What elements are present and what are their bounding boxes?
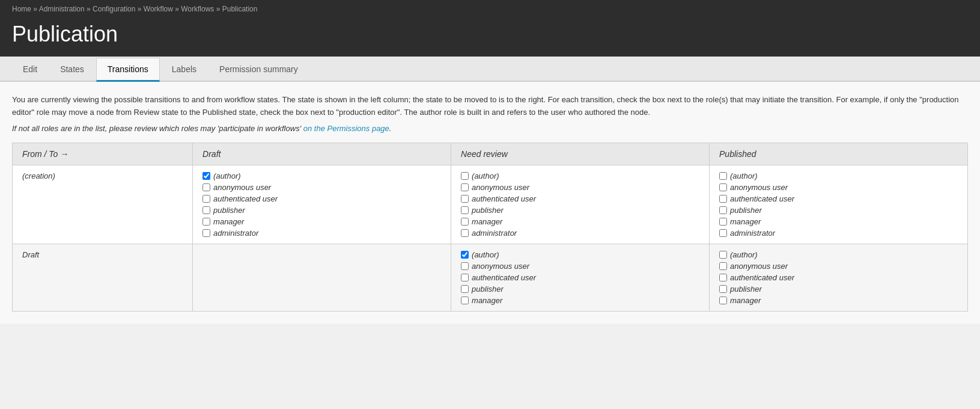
description-italic: If not all roles are in the list, please… xyxy=(12,124,968,133)
checkbox-item-1-1-2[interactable]: authenticated user xyxy=(461,273,699,282)
checkbox-item-0-1-2[interactable]: authenticated user xyxy=(461,194,699,203)
role-label-1-2-2: authenticated user xyxy=(730,273,794,282)
role-label-0-0-1: anonymous user xyxy=(213,183,271,192)
checkbox-1-2-3[interactable] xyxy=(719,285,727,293)
checkbox-item-1-2-4[interactable]: manager xyxy=(719,296,958,305)
checkbox-item-0-2-0[interactable]: (author) xyxy=(719,171,958,180)
role-label-0-1-1: anonymous user xyxy=(472,183,529,192)
role-label-1-1-0: (author) xyxy=(472,250,499,259)
checkbox-0-1-1[interactable] xyxy=(461,183,469,191)
checkbox-0-2-0[interactable] xyxy=(719,172,727,180)
checkbox-1-2-1[interactable] xyxy=(719,262,727,270)
checkbox-0-1-4[interactable] xyxy=(461,218,469,226)
checkbox-0-2-4[interactable] xyxy=(719,218,727,226)
checkbox-item-1-1-0[interactable]: (author) xyxy=(461,250,699,259)
table-header-row: From / To →DraftNeed reviewPublished xyxy=(13,143,968,165)
checkbox-0-1-0[interactable] xyxy=(461,172,469,180)
checkbox-item-0-0-1[interactable]: anonymous user xyxy=(202,183,441,192)
role-label-0-0-5: administrator xyxy=(213,229,258,238)
role-label-0-0-0: (author) xyxy=(213,171,241,180)
tab-transitions[interactable]: Transitions xyxy=(96,58,160,82)
role-label-0-2-2: authenticated user xyxy=(730,194,794,203)
checkbox-item-0-2-4[interactable]: manager xyxy=(719,217,958,226)
checkbox-item-0-2-2[interactable]: authenticated user xyxy=(719,194,958,203)
workflow-table: From / To →DraftNeed reviewPublished (cr… xyxy=(12,143,968,312)
checkbox-item-0-1-3[interactable]: publisher xyxy=(461,206,699,215)
role-label-0-2-1: anonymous user xyxy=(730,183,788,192)
checkbox-0-2-2[interactable] xyxy=(719,195,727,203)
role-label-0-2-3: publisher xyxy=(730,206,762,215)
role-label-1-2-3: publisher xyxy=(730,284,762,294)
checkbox-0-1-2[interactable] xyxy=(461,195,469,203)
checkbox-item-0-2-3[interactable]: publisher xyxy=(719,206,958,215)
role-label-1-1-2: authenticated user xyxy=(472,273,536,282)
role-label-0-1-2: authenticated user xyxy=(472,194,536,203)
checkbox-item-1-1-1[interactable]: anonymous user xyxy=(461,262,699,271)
checkbox-group-0-1: (author)anonymous userauthenticated user… xyxy=(461,171,699,238)
checkbox-item-0-1-5[interactable]: administrator xyxy=(461,229,699,238)
role-label-0-2-0: (author) xyxy=(730,171,758,180)
checkbox-1-2-0[interactable] xyxy=(719,251,727,259)
checkbox-1-1-3[interactable] xyxy=(461,285,469,293)
checkbox-1-1-0[interactable] xyxy=(461,251,469,259)
checkbox-0-0-3[interactable] xyxy=(202,206,210,214)
checkbox-item-0-1-1[interactable]: anonymous user xyxy=(461,183,699,192)
role-label-0-1-0: (author) xyxy=(472,171,499,180)
checkbox-1-2-2[interactable] xyxy=(719,274,727,281)
checkbox-0-0-2[interactable] xyxy=(202,195,210,203)
checkbox-0-2-3[interactable] xyxy=(719,206,727,214)
role-label-0-1-3: publisher xyxy=(472,206,504,215)
checkbox-item-0-0-2[interactable]: authenticated user xyxy=(202,194,441,203)
checkbox-item-0-2-1[interactable]: anonymous user xyxy=(719,183,958,192)
cell-1-2: (author)anonymous userauthenticated user… xyxy=(710,244,968,311)
checkbox-item-1-1-3[interactable]: publisher xyxy=(461,284,699,294)
checkbox-0-0-4[interactable] xyxy=(202,218,210,226)
checkbox-0-1-3[interactable] xyxy=(461,206,469,214)
checkbox-item-0-0-4[interactable]: manager xyxy=(202,217,441,226)
role-label-1-1-1: anonymous user xyxy=(472,262,529,271)
checkbox-0-0-1[interactable] xyxy=(202,183,210,191)
checkbox-item-1-2-1[interactable]: anonymous user xyxy=(719,262,958,271)
tab-labels[interactable]: Labels xyxy=(161,58,207,82)
role-label-1-2-0: (author) xyxy=(730,250,758,259)
table-row: (creation)(author)anonymous userauthenti… xyxy=(13,165,968,244)
checkbox-item-0-1-4[interactable]: manager xyxy=(461,217,699,226)
checkbox-item-1-1-4[interactable]: manager xyxy=(461,296,699,305)
checkbox-0-0-5[interactable] xyxy=(202,229,210,237)
checkbox-1-1-4[interactable] xyxy=(461,297,469,304)
checkbox-0-1-5[interactable] xyxy=(461,229,469,237)
table-header-1: Draft xyxy=(193,143,451,165)
checkbox-item-0-0-3[interactable]: publisher xyxy=(202,206,441,215)
tab-edit[interactable]: Edit xyxy=(12,58,48,82)
checkbox-item-0-0-0[interactable]: (author) xyxy=(202,171,441,180)
checkbox-item-1-2-0[interactable]: (author) xyxy=(719,250,958,259)
main-content: You are currently viewing the possible t… xyxy=(0,82,980,324)
role-label-1-2-1: anonymous user xyxy=(730,262,788,271)
checkbox-item-0-1-0[interactable]: (author) xyxy=(461,171,699,180)
role-label-0-2-5: administrator xyxy=(730,229,775,238)
checkbox-1-2-4[interactable] xyxy=(719,297,727,304)
checkbox-1-1-2[interactable] xyxy=(461,274,469,281)
tab-permission-summary[interactable]: Permission summary xyxy=(208,58,309,82)
tab-states[interactable]: States xyxy=(49,58,95,82)
checkbox-0-2-1[interactable] xyxy=(719,183,727,191)
table-body: (creation)(author)anonymous userauthenti… xyxy=(13,165,968,311)
checkbox-item-1-2-3[interactable]: publisher xyxy=(719,284,958,294)
checkbox-item-0-2-5[interactable]: administrator xyxy=(719,229,958,238)
checkbox-item-1-2-2[interactable]: authenticated user xyxy=(719,273,958,282)
cell-0-1: (author)anonymous userauthenticated user… xyxy=(451,165,710,244)
permissions-link[interactable]: on the Permissions page xyxy=(303,124,389,133)
role-label-0-0-4: manager xyxy=(213,217,244,226)
cell-0-0: (author)anonymous userauthenticated user… xyxy=(193,165,451,244)
page-title: Publication xyxy=(12,16,968,57)
checkbox-0-0-0[interactable] xyxy=(202,172,210,180)
checkbox-item-0-0-5[interactable]: administrator xyxy=(202,229,441,238)
row-label-1: Draft xyxy=(13,244,193,311)
checkbox-1-1-1[interactable] xyxy=(461,262,469,270)
checkbox-0-2-5[interactable] xyxy=(719,229,727,237)
cell-1-1: (author)anonymous userauthenticated user… xyxy=(451,244,710,311)
cell-0-2: (author)anonymous userauthenticated user… xyxy=(710,165,968,244)
row-label-0: (creation) xyxy=(13,165,193,244)
role-label-0-0-2: authenticated user xyxy=(213,194,278,203)
role-label-0-1-5: administrator xyxy=(472,229,517,238)
